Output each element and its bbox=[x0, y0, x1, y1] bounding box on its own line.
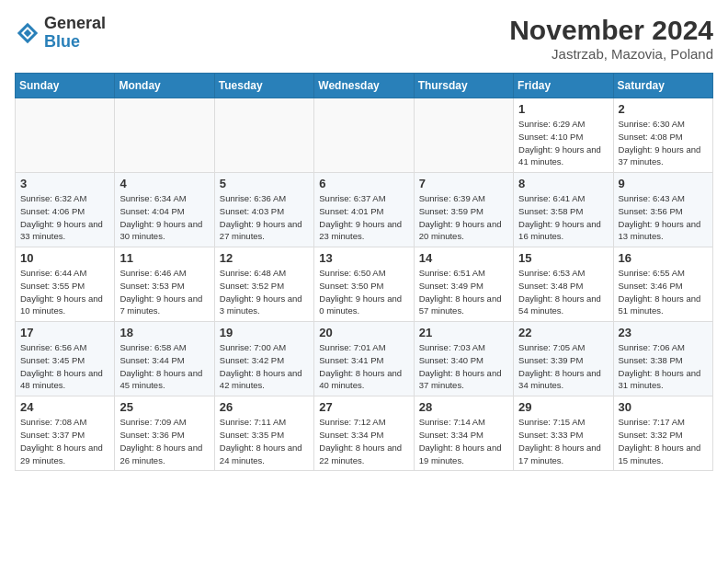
day-number: 13 bbox=[319, 251, 408, 265]
logo-text: General Blue bbox=[44, 15, 106, 52]
calendar-header: SundayMondayTuesdayWednesdayThursdayFrid… bbox=[16, 74, 713, 98]
day-info: Sunrise: 6:41 AM Sunset: 3:58 PM Dayligh… bbox=[518, 192, 608, 243]
day-info: Sunrise: 6:53 AM Sunset: 3:48 PM Dayligh… bbox=[518, 267, 608, 317]
calendar-cell: 19Sunrise: 7:00 AM Sunset: 3:42 PM Dayli… bbox=[214, 322, 313, 396]
day-number: 23 bbox=[619, 326, 708, 339]
calendar-cell: 5Sunrise: 6:36 AM Sunset: 4:03 PM Daylig… bbox=[214, 173, 313, 247]
logo: General Blue bbox=[15, 15, 106, 52]
day-number: 25 bbox=[119, 400, 209, 414]
calendar-cell: 7Sunrise: 6:39 AM Sunset: 3:59 PM Daylig… bbox=[414, 173, 513, 247]
day-info: Sunrise: 6:37 AM Sunset: 4:01 PM Dayligh… bbox=[319, 192, 408, 243]
day-info: Sunrise: 6:32 AM Sunset: 4:06 PM Dayligh… bbox=[20, 192, 109, 243]
page-header: General Blue November 2024 Jastrzab, Maz… bbox=[15, 15, 713, 62]
day-number: 14 bbox=[419, 251, 508, 265]
calendar-cell: 1Sunrise: 6:29 AM Sunset: 4:10 PM Daylig… bbox=[514, 98, 613, 173]
calendar-cell: 8Sunrise: 6:41 AM Sunset: 3:58 PM Daylig… bbox=[514, 173, 613, 247]
calendar-cell bbox=[314, 98, 414, 173]
day-number: 21 bbox=[419, 326, 508, 339]
calendar-week-row: 10Sunrise: 6:44 AM Sunset: 3:55 PM Dayli… bbox=[16, 247, 713, 322]
day-info: Sunrise: 7:12 AM Sunset: 3:34 PM Dayligh… bbox=[319, 416, 408, 466]
calendar-cell: 3Sunrise: 6:32 AM Sunset: 4:06 PM Daylig… bbox=[16, 173, 115, 247]
calendar-cell: 22Sunrise: 7:05 AM Sunset: 3:39 PM Dayli… bbox=[514, 322, 613, 396]
day-number: 17 bbox=[20, 326, 109, 339]
calendar-week-row: 1Sunrise: 6:29 AM Sunset: 4:10 PM Daylig… bbox=[16, 98, 713, 173]
day-info: Sunrise: 6:29 AM Sunset: 4:10 PM Dayligh… bbox=[518, 118, 608, 168]
day-info: Sunrise: 7:11 AM Sunset: 3:35 PM Dayligh… bbox=[220, 416, 309, 466]
day-info: Sunrise: 7:06 AM Sunset: 3:38 PM Dayligh… bbox=[619, 341, 708, 392]
day-number: 9 bbox=[619, 177, 708, 190]
calendar-subtitle: Jastrzab, Mazovia, Poland bbox=[509, 46, 713, 62]
day-number: 5 bbox=[220, 177, 309, 190]
day-info: Sunrise: 6:48 AM Sunset: 3:52 PM Dayligh… bbox=[220, 267, 309, 317]
day-number: 7 bbox=[419, 177, 508, 190]
logo-icon bbox=[15, 20, 40, 46]
day-info: Sunrise: 7:01 AM Sunset: 3:41 PM Dayligh… bbox=[319, 341, 408, 392]
day-number: 24 bbox=[20, 400, 109, 414]
calendar-cell: 15Sunrise: 6:53 AM Sunset: 3:48 PM Dayli… bbox=[514, 247, 613, 322]
day-info: Sunrise: 6:43 AM Sunset: 3:56 PM Dayligh… bbox=[619, 192, 708, 243]
day-info: Sunrise: 7:00 AM Sunset: 3:42 PM Dayligh… bbox=[220, 341, 309, 392]
day-info: Sunrise: 6:51 AM Sunset: 3:49 PM Dayligh… bbox=[419, 267, 508, 317]
day-info: Sunrise: 6:44 AM Sunset: 3:55 PM Dayligh… bbox=[20, 267, 109, 317]
calendar-cell: 2Sunrise: 6:30 AM Sunset: 4:08 PM Daylig… bbox=[613, 98, 712, 173]
calendar-cell: 29Sunrise: 7:15 AM Sunset: 3:33 PM Dayli… bbox=[514, 396, 613, 471]
weekday-header: Friday bbox=[514, 74, 613, 98]
calendar-cell: 27Sunrise: 7:12 AM Sunset: 3:34 PM Dayli… bbox=[314, 396, 414, 471]
calendar-cell: 11Sunrise: 6:46 AM Sunset: 3:53 PM Dayli… bbox=[115, 247, 214, 322]
day-number: 20 bbox=[319, 326, 408, 339]
weekday-header: Tuesday bbox=[214, 74, 313, 98]
calendar-week-row: 24Sunrise: 7:08 AM Sunset: 3:37 PM Dayli… bbox=[16, 396, 713, 471]
weekday-header: Wednesday bbox=[314, 74, 414, 98]
day-number: 18 bbox=[119, 326, 209, 339]
weekday-header: Sunday bbox=[16, 74, 115, 98]
day-info: Sunrise: 6:46 AM Sunset: 3:53 PM Dayligh… bbox=[119, 267, 209, 317]
calendar-cell: 20Sunrise: 7:01 AM Sunset: 3:41 PM Dayli… bbox=[314, 322, 414, 396]
calendar-cell: 9Sunrise: 6:43 AM Sunset: 3:56 PM Daylig… bbox=[613, 173, 712, 247]
day-info: Sunrise: 7:05 AM Sunset: 3:39 PM Dayligh… bbox=[518, 341, 608, 392]
day-info: Sunrise: 7:17 AM Sunset: 3:32 PM Dayligh… bbox=[619, 416, 708, 466]
calendar-cell: 23Sunrise: 7:06 AM Sunset: 3:38 PM Dayli… bbox=[613, 322, 712, 396]
day-number: 4 bbox=[119, 177, 209, 190]
weekday-header-row: SundayMondayTuesdayWednesdayThursdayFrid… bbox=[16, 74, 713, 98]
day-info: Sunrise: 7:03 AM Sunset: 3:40 PM Dayligh… bbox=[419, 341, 508, 392]
day-info: Sunrise: 6:56 AM Sunset: 3:45 PM Dayligh… bbox=[20, 341, 109, 392]
calendar-cell bbox=[414, 98, 513, 173]
weekday-header: Monday bbox=[115, 74, 214, 98]
calendar-cell: 13Sunrise: 6:50 AM Sunset: 3:50 PM Dayli… bbox=[314, 247, 414, 322]
day-info: Sunrise: 6:34 AM Sunset: 4:04 PM Dayligh… bbox=[119, 192, 209, 243]
calendar-cell: 18Sunrise: 6:58 AM Sunset: 3:44 PM Dayli… bbox=[115, 322, 214, 396]
calendar-cell: 30Sunrise: 7:17 AM Sunset: 3:32 PM Dayli… bbox=[613, 396, 712, 471]
calendar-cell: 26Sunrise: 7:11 AM Sunset: 3:35 PM Dayli… bbox=[214, 396, 313, 471]
weekday-header: Saturday bbox=[613, 74, 712, 98]
day-number: 19 bbox=[220, 326, 309, 339]
calendar-cell: 28Sunrise: 7:14 AM Sunset: 3:34 PM Dayli… bbox=[414, 396, 513, 471]
day-number: 28 bbox=[419, 400, 508, 414]
calendar-cell bbox=[214, 98, 313, 173]
day-number: 8 bbox=[518, 177, 608, 190]
day-number: 30 bbox=[619, 400, 708, 414]
calendar-week-row: 17Sunrise: 6:56 AM Sunset: 3:45 PM Dayli… bbox=[16, 322, 713, 396]
day-info: Sunrise: 6:55 AM Sunset: 3:46 PM Dayligh… bbox=[619, 267, 708, 317]
calendar-cell: 10Sunrise: 6:44 AM Sunset: 3:55 PM Dayli… bbox=[16, 247, 115, 322]
day-info: Sunrise: 6:30 AM Sunset: 4:08 PM Dayligh… bbox=[619, 118, 708, 168]
day-number: 1 bbox=[518, 102, 608, 116]
day-number: 16 bbox=[619, 251, 708, 265]
day-number: 26 bbox=[220, 400, 309, 414]
calendar-cell: 24Sunrise: 7:08 AM Sunset: 3:37 PM Dayli… bbox=[16, 396, 115, 471]
calendar-cell: 4Sunrise: 6:34 AM Sunset: 4:04 PM Daylig… bbox=[115, 173, 214, 247]
logo-blue: Blue bbox=[44, 33, 106, 52]
weekday-header: Thursday bbox=[414, 74, 513, 98]
calendar-cell: 17Sunrise: 6:56 AM Sunset: 3:45 PM Dayli… bbox=[16, 322, 115, 396]
calendar-title: November 2024 bbox=[509, 15, 713, 46]
calendar-cell: 16Sunrise: 6:55 AM Sunset: 3:46 PM Dayli… bbox=[613, 247, 712, 322]
day-number: 22 bbox=[518, 326, 608, 339]
calendar-cell bbox=[115, 98, 214, 173]
day-number: 3 bbox=[20, 177, 109, 190]
day-info: Sunrise: 6:36 AM Sunset: 4:03 PM Dayligh… bbox=[220, 192, 309, 243]
day-info: Sunrise: 7:15 AM Sunset: 3:33 PM Dayligh… bbox=[518, 416, 608, 466]
calendar-cell: 21Sunrise: 7:03 AM Sunset: 3:40 PM Dayli… bbox=[414, 322, 513, 396]
day-number: 11 bbox=[119, 251, 209, 265]
calendar-body: 1Sunrise: 6:29 AM Sunset: 4:10 PM Daylig… bbox=[16, 98, 713, 471]
calendar-cell: 6Sunrise: 6:37 AM Sunset: 4:01 PM Daylig… bbox=[314, 173, 414, 247]
calendar-cell: 14Sunrise: 6:51 AM Sunset: 3:49 PM Dayli… bbox=[414, 247, 513, 322]
